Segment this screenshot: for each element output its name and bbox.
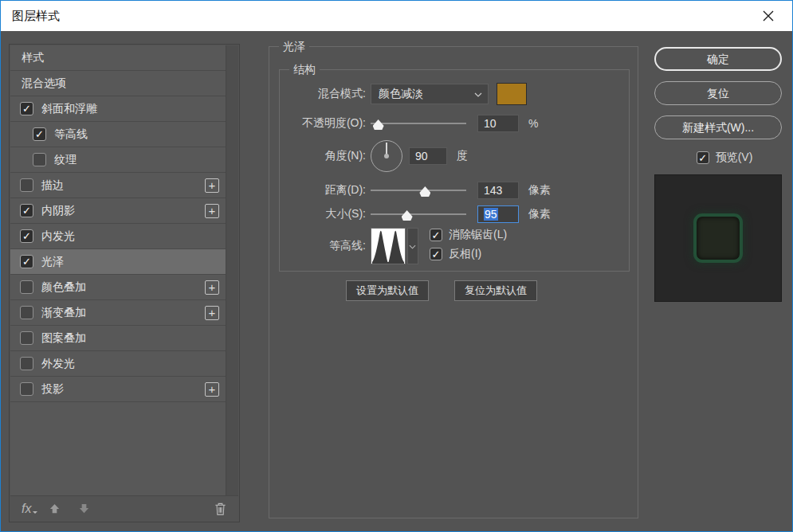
- style-enable-checkbox[interactable]: [20, 280, 33, 294]
- selected-text: 95: [484, 208, 498, 221]
- size-row: 大小(S): 95 像素: [280, 205, 551, 223]
- style-enable-checkbox[interactable]: [20, 306, 33, 319]
- sidebar-item-label: 投影: [41, 382, 64, 397]
- chevron-down-icon: [409, 244, 416, 249]
- add-effect-button[interactable]: +: [205, 204, 219, 218]
- style-enable-checkbox[interactable]: [20, 178, 33, 192]
- sidebar-item-label: 混合选项: [22, 76, 66, 91]
- style-enable-checkbox[interactable]: ✓: [20, 102, 33, 115]
- contour-row: 等高线: ✓ 消除锯齿(L): [280, 228, 507, 264]
- style-enable-checkbox[interactable]: ✓: [20, 229, 33, 243]
- distance-unit: 像素: [528, 183, 551, 198]
- sidebar-item-6[interactable]: ✓内阴影+: [10, 198, 226, 224]
- reset-default-button[interactable]: 复位为默认值: [454, 280, 537, 301]
- add-effect-button[interactable]: +: [205, 178, 219, 193]
- style-enable-checkbox[interactable]: ✓: [20, 204, 33, 217]
- sidebar-item-2[interactable]: ✓斜面和浮雕: [10, 96, 226, 122]
- sidebar-item-3[interactable]: ✓等高线: [10, 122, 226, 147]
- sidebar-item-12[interactable]: 外发光: [10, 351, 226, 377]
- dialog-content: 样式混合选项✓斜面和浮雕✓等高线纹理描边+✓内阴影+✓内发光✓光泽颜色叠加+渐变…: [1, 31, 792, 531]
- sidebar-item-label: 斜面和浮雕: [41, 102, 97, 116]
- style-enable-checkbox[interactable]: ✓: [20, 255, 33, 268]
- size-input[interactable]: 95: [477, 205, 519, 223]
- structure-group-title: 结构: [289, 63, 320, 77]
- preview-option[interactable]: ✓ 预览(V): [669, 151, 780, 165]
- distance-input[interactable]: 143: [477, 182, 519, 199]
- sidebar-item-1[interactable]: 混合选项: [10, 71, 226, 96]
- slider-thumb[interactable]: [373, 119, 384, 130]
- antialias-option[interactable]: ✓ 消除锯齿(L): [430, 228, 507, 242]
- angle-row: 角度(N): 90 度: [280, 140, 468, 172]
- sidebar-item-label: 颜色叠加: [41, 280, 86, 295]
- sidebar-item-label: 图案叠加: [41, 331, 86, 346]
- structure-group: 结构 混合模式: 颜色减淡 不透明度(O):: [279, 69, 630, 272]
- add-effect-button[interactable]: +: [205, 382, 219, 397]
- contour-label: 等高线:: [280, 228, 366, 253]
- sidebar-item-4[interactable]: 纹理: [10, 147, 226, 173]
- styles-panel: 样式混合选项✓斜面和浮雕✓等高线纹理描边+✓内阴影+✓内发光✓光泽颜色叠加+渐变…: [9, 44, 240, 522]
- sidebar-item-9[interactable]: 颜色叠加+: [10, 275, 226, 300]
- opacity-input[interactable]: 10: [477, 115, 519, 132]
- slider-track: [371, 213, 466, 215]
- antialias-label: 消除锯齿(L): [449, 228, 507, 242]
- sidebar-item-11[interactable]: 图案叠加: [10, 326, 226, 351]
- style-enable-checkbox[interactable]: [33, 153, 46, 166]
- style-preview-thumbnail: [654, 174, 782, 302]
- sidebar-item-10[interactable]: 渐变叠加+: [10, 300, 226, 326]
- distance-slider[interactable]: [371, 184, 466, 197]
- satin-group: 光泽 结构 混合模式: 颜色减淡 不透明度(O):: [269, 46, 638, 518]
- close-icon[interactable]: [752, 1, 784, 31]
- distance-row: 距离(D): 143 像素: [280, 182, 551, 199]
- slider-track: [371, 123, 466, 124]
- sidebar-item-8[interactable]: ✓光泽: [10, 249, 226, 275]
- sidebar-item-label: 等高线: [54, 127, 88, 142]
- style-enable-checkbox[interactable]: ✓: [33, 127, 46, 141]
- reset-button[interactable]: 复位: [654, 81, 782, 105]
- slider-thumb[interactable]: [402, 210, 413, 221]
- style-enable-checkbox[interactable]: [20, 331, 33, 345]
- invert-option[interactable]: ✓ 反相(I): [430, 247, 507, 261]
- add-effect-button[interactable]: +: [205, 306, 219, 320]
- style-list: 样式混合选项✓斜面和浮雕✓等高线纹理描边+✓内阴影+✓内发光✓光泽颜色叠加+渐变…: [10, 45, 226, 495]
- opacity-label: 不透明度(O):: [280, 116, 366, 131]
- satin-color-swatch[interactable]: [497, 83, 527, 105]
- angle-dial[interactable]: [371, 140, 402, 172]
- opacity-slider[interactable]: [371, 117, 466, 130]
- sidebar-item-7[interactable]: ✓内发光: [10, 224, 226, 249]
- preview-glow-square: [693, 213, 743, 263]
- new-style-button[interactable]: 新建样式(W)...: [654, 115, 782, 139]
- add-effect-button[interactable]: +: [205, 280, 219, 295]
- set-default-button[interactable]: 设置为默认值: [346, 280, 429, 301]
- move-effect-down-icon[interactable]: [78, 503, 90, 514]
- sidebar-item-label: 渐变叠加: [41, 306, 86, 320]
- style-enable-checkbox[interactable]: [20, 382, 33, 396]
- opacity-row: 不透明度(O): 10 %: [280, 115, 538, 132]
- angle-unit: 度: [457, 149, 468, 163]
- move-effect-up-icon[interactable]: [49, 503, 61, 514]
- invert-checkbox[interactable]: ✓: [430, 248, 442, 260]
- sidebar-item-13[interactable]: 投影+: [10, 377, 226, 402]
- sidebar-item-0[interactable]: 样式: [10, 45, 226, 71]
- style-enable-checkbox[interactable]: [20, 357, 33, 370]
- distance-label: 距离(D):: [280, 183, 366, 198]
- slider-track: [371, 190, 466, 191]
- chevron-down-icon: [474, 92, 482, 97]
- angle-input[interactable]: 90: [409, 147, 447, 165]
- size-slider[interactable]: [371, 208, 466, 221]
- slider-thumb[interactable]: [419, 186, 430, 197]
- size-label: 大小(S):: [280, 207, 366, 221]
- sidebar-item-5[interactable]: 描边+: [10, 173, 226, 198]
- contour-preview[interactable]: [371, 228, 406, 264]
- dialog-title: 图层样式: [1, 9, 60, 24]
- antialias-checkbox[interactable]: ✓: [430, 229, 442, 241]
- fx-menu-button[interactable]: fx: [22, 502, 31, 516]
- styles-scrollbar[interactable]: [226, 45, 238, 495]
- styles-footer: fx: [10, 495, 238, 521]
- delete-effect-icon[interactable]: [214, 502, 227, 516]
- sidebar-item-label: 纹理: [54, 153, 77, 167]
- satin-group-title: 光泽: [279, 40, 309, 54]
- contour-picker-button[interactable]: [407, 228, 418, 264]
- ok-button[interactable]: 确定: [654, 47, 782, 71]
- preview-checkbox[interactable]: ✓: [697, 151, 709, 164]
- blend-mode-select[interactable]: 颜色减淡: [371, 84, 489, 104]
